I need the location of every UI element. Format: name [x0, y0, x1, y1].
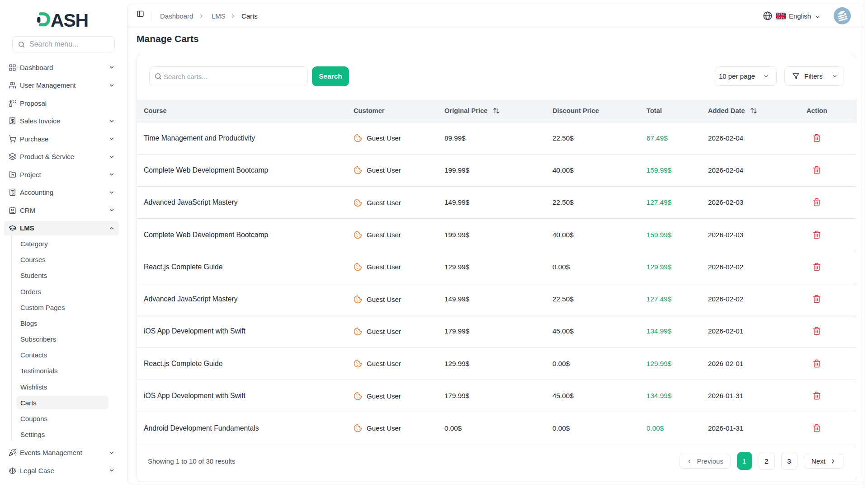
svg-text:ASH: ASH — [51, 10, 88, 31]
